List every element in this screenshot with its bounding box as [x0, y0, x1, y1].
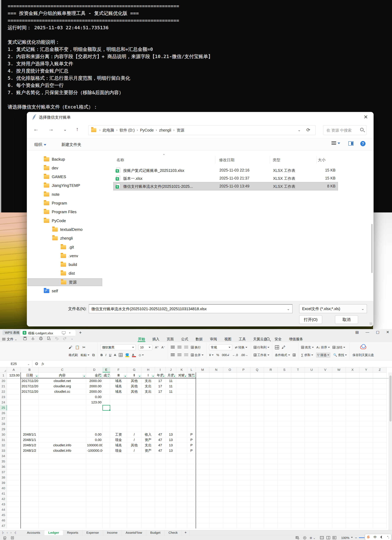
sheet-tab-accounts[interactable]: Accounts [23, 530, 44, 535]
cell-M23[interactable] [196, 394, 210, 400]
cell-N29[interactable] [210, 427, 223, 432]
cell-E28[interactable] [103, 421, 110, 427]
filter-icon[interactable] [99, 375, 102, 378]
cell-P44[interactable] [237, 507, 250, 512]
cell-J23[interactable] [166, 394, 176, 400]
cell-D45[interactable] [86, 512, 103, 518]
cell-K46[interactable] [176, 518, 187, 523]
cell-P40[interactable] [237, 485, 250, 491]
cell-Z46[interactable] [373, 518, 387, 523]
cell-I20[interactable]: 17 [155, 378, 166, 384]
cell-K44[interactable] [176, 507, 187, 512]
paste-icon[interactable]: 📋 [75, 345, 80, 350]
cell-B25[interactable] [21, 405, 39, 410]
cell-M24[interactable] [196, 400, 210, 405]
cell-W21[interactable] [332, 384, 346, 389]
row-header-24[interactable]: 24 [0, 400, 7, 405]
cell-S26[interactable] [278, 410, 291, 416]
cell-A20[interactable] [7, 378, 21, 384]
cell-O34[interactable] [223, 453, 237, 459]
filter-icon[interactable] [184, 375, 187, 378]
sheet-tab-check[interactable]: Check [164, 530, 182, 535]
cell-E47[interactable] [103, 523, 110, 529]
cell-O32[interactable] [223, 443, 237, 448]
cell-T28[interactable] [291, 421, 305, 427]
cell-R30[interactable] [264, 432, 278, 437]
cell-J41[interactable] [166, 491, 176, 496]
cell-Q36[interactable] [250, 464, 264, 470]
cell-R35[interactable] [264, 459, 278, 464]
cell-N47[interactable] [210, 523, 223, 529]
formula-zoom-icon[interactable] [35, 362, 38, 365]
cell-R21[interactable] [264, 384, 278, 389]
cell-C45[interactable] [39, 512, 86, 518]
cell-C43[interactable] [39, 502, 86, 507]
cell-X30[interactable] [346, 432, 359, 437]
cell-S41[interactable] [278, 491, 291, 496]
cell-C23[interactable] [39, 394, 86, 400]
cell-W27[interactable] [332, 416, 346, 421]
cell-K35[interactable] [176, 459, 187, 464]
cell-C41[interactable] [39, 491, 86, 496]
cell-U39[interactable] [305, 480, 318, 485]
italic-button[interactable]: I [106, 353, 106, 357]
cell-Y46[interactable] [359, 518, 373, 523]
cell-G32[interactable]: 其他 [127, 443, 142, 448]
cell-P30[interactable] [237, 432, 250, 437]
cell-F34[interactable] [110, 453, 127, 459]
cell-B28[interactable] [21, 421, 39, 427]
cell-Y32[interactable] [359, 443, 373, 448]
tree-item-dist[interactable]: dist [28, 270, 102, 277]
font-color-button[interactable]: A [132, 353, 136, 357]
filter-icon[interactable] [192, 375, 196, 378]
column-header-F[interactable]: F [110, 367, 127, 372]
cell-M27[interactable] [196, 416, 210, 421]
column-header-Q[interactable]: Q [250, 367, 264, 372]
cell-V29[interactable] [318, 427, 332, 432]
cell-L24[interactable] [187, 400, 196, 405]
cell-F39[interactable] [110, 480, 127, 485]
find-button[interactable]: 🔍查找 [333, 353, 347, 357]
column-header-O[interactable]: O [223, 367, 237, 372]
cell-B1[interactable]: 日期 [21, 372, 39, 378]
cell-K20[interactable] [176, 378, 187, 384]
cell-J39[interactable] [166, 480, 176, 485]
cell-U1[interactable] [305, 372, 318, 378]
cell-Z47[interactable] [373, 523, 387, 529]
cell-N37[interactable] [210, 470, 223, 475]
cell-U43[interactable] [305, 502, 318, 507]
row-header-22[interactable]: 22 [0, 389, 7, 394]
cell-S22[interactable] [278, 389, 291, 394]
cell-W37[interactable] [332, 470, 346, 475]
cell-I31[interactable]: 47 [155, 437, 166, 443]
cell-S42[interactable] [278, 496, 291, 502]
column-divider[interactable] [316, 156, 317, 164]
percent-button[interactable]: % [216, 353, 219, 357]
decrease-decimal-button[interactable]: ←.0 [232, 353, 238, 357]
cell-V45[interactable] [318, 512, 332, 518]
cell-C20[interactable]: cloudlet.net [39, 378, 86, 384]
cell-Q44[interactable] [250, 507, 264, 512]
cell-X40[interactable] [346, 485, 359, 491]
menu-tab-数据[interactable]: 数据 [192, 336, 206, 342]
cell-A44[interactable] [7, 507, 21, 512]
tree-item-games[interactable]: GAMES [28, 173, 102, 181]
tree-item-pycode[interactable]: PyCode [28, 217, 102, 225]
cell-U35[interactable] [305, 459, 318, 464]
cell-H21[interactable]: 支出 [142, 384, 155, 389]
cell-P24[interactable] [237, 400, 250, 405]
insert-function-icon[interactable]: fx [42, 362, 44, 366]
cell-R33[interactable] [264, 448, 278, 453]
cell-X36[interactable] [346, 464, 359, 470]
minimize-icon[interactable]: — [366, 330, 369, 334]
recent-locations-icon[interactable]: ⌄ [64, 127, 67, 132]
cell-B45[interactable] [21, 512, 39, 518]
cell-X42[interactable] [346, 496, 359, 502]
back-icon[interactable]: ← [33, 126, 39, 132]
cell-C46[interactable] [39, 518, 86, 523]
cell-R46[interactable] [264, 518, 278, 523]
cell-V1[interactable] [318, 372, 332, 378]
cell-I37[interactable] [155, 470, 166, 475]
cell-P32[interactable] [237, 443, 250, 448]
ime-language-icon[interactable]: 中 [374, 535, 377, 539]
